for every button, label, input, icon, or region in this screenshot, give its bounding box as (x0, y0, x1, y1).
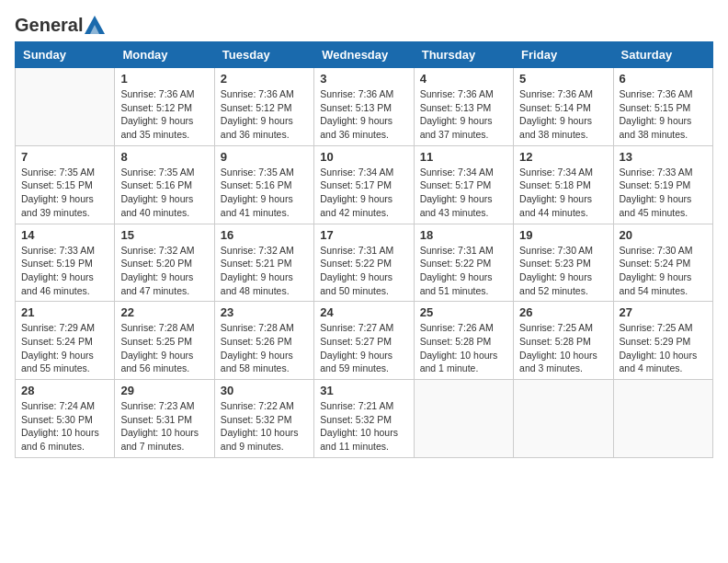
day-info: Sunrise: 7:25 AMSunset: 5:29 PMDaylight:… (620, 321, 707, 375)
day-info: Sunrise: 7:33 AMSunset: 5:19 PMDaylight:… (21, 244, 108, 298)
calendar-cell: 31Sunrise: 7:21 AMSunset: 5:32 PMDayligh… (314, 380, 414, 458)
calendar-cell: 6Sunrise: 7:36 AMSunset: 5:15 PMDaylight… (613, 68, 712, 146)
day-info: Sunrise: 7:36 AMSunset: 5:12 PMDaylight:… (120, 87, 208, 142)
day-number: 1 (120, 72, 208, 86)
weekday-header-friday: Friday (514, 42, 613, 68)
day-number: 19 (519, 228, 607, 242)
day-number: 22 (120, 305, 208, 319)
calendar-week-2: 7Sunrise: 7:35 AMSunset: 5:15 PMDaylight… (16, 145, 713, 224)
weekday-header-saturday: Saturday (613, 42, 712, 68)
calendar-cell: 23Sunrise: 7:28 AMSunset: 5:26 PMDayligh… (214, 302, 313, 380)
calendar-table: SundayMondayTuesdayWednesdayThursdayFrid… (15, 41, 713, 458)
weekday-header-thursday: Thursday (414, 42, 513, 68)
day-info: Sunrise: 7:23 AMSunset: 5:31 PMDaylight:… (120, 399, 208, 454)
day-info: Sunrise: 7:21 AMSunset: 5:32 PMDaylight:… (320, 399, 407, 454)
calendar-cell: 7Sunrise: 7:35 AMSunset: 5:15 PMDaylight… (16, 145, 115, 224)
logo: General (15, 15, 105, 32)
calendar-cell (16, 68, 115, 146)
calendar-cell: 18Sunrise: 7:31 AMSunset: 5:22 PMDayligh… (414, 224, 513, 302)
calendar-cell: 2Sunrise: 7:36 AMSunset: 5:12 PMDaylight… (214, 68, 313, 146)
weekday-header-tuesday: Tuesday (214, 42, 313, 68)
calendar-cell: 27Sunrise: 7:25 AMSunset: 5:29 PMDayligh… (613, 302, 712, 380)
calendar-cell (514, 380, 613, 458)
day-info: Sunrise: 7:27 AMSunset: 5:27 PMDaylight:… (320, 321, 407, 375)
day-number: 17 (320, 228, 407, 242)
calendar-cell: 24Sunrise: 7:27 AMSunset: 5:27 PMDayligh… (314, 302, 414, 380)
day-number: 10 (320, 150, 407, 164)
day-number: 3 (320, 72, 407, 86)
calendar-week-1: 1Sunrise: 7:36 AMSunset: 5:12 PMDaylight… (16, 68, 713, 146)
calendar-cell: 26Sunrise: 7:25 AMSunset: 5:28 PMDayligh… (514, 302, 613, 380)
day-info: Sunrise: 7:34 AMSunset: 5:18 PMDaylight:… (519, 166, 607, 220)
calendar-cell: 22Sunrise: 7:28 AMSunset: 5:25 PMDayligh… (115, 302, 214, 380)
calendar-cell (414, 380, 513, 458)
day-info: Sunrise: 7:36 AMSunset: 5:13 PMDaylight:… (320, 87, 407, 142)
calendar-cell: 21Sunrise: 7:29 AMSunset: 5:24 PMDayligh… (16, 302, 115, 380)
day-number: 4 (420, 72, 507, 86)
day-number: 25 (420, 305, 507, 319)
logo-text-general: General (15, 15, 83, 36)
day-info: Sunrise: 7:30 AMSunset: 5:23 PMDaylight:… (519, 244, 607, 298)
calendar-cell: 25Sunrise: 7:26 AMSunset: 5:28 PMDayligh… (414, 302, 513, 380)
calendar-cell: 12Sunrise: 7:34 AMSunset: 5:18 PMDayligh… (514, 145, 613, 224)
day-info: Sunrise: 7:36 AMSunset: 5:15 PMDaylight:… (620, 87, 707, 142)
calendar-cell: 3Sunrise: 7:36 AMSunset: 5:13 PMDaylight… (314, 68, 414, 146)
calendar-cell: 1Sunrise: 7:36 AMSunset: 5:12 PMDaylight… (115, 68, 214, 146)
day-number: 6 (620, 72, 707, 86)
calendar-cell: 5Sunrise: 7:36 AMSunset: 5:14 PMDaylight… (514, 68, 613, 146)
day-number: 12 (519, 150, 607, 164)
day-number: 11 (420, 150, 507, 164)
calendar-week-5: 28Sunrise: 7:24 AMSunset: 5:30 PMDayligh… (16, 380, 713, 458)
calendar-cell: 4Sunrise: 7:36 AMSunset: 5:13 PMDaylight… (414, 68, 513, 146)
calendar-cell: 14Sunrise: 7:33 AMSunset: 5:19 PMDayligh… (16, 224, 115, 302)
day-info: Sunrise: 7:32 AMSunset: 5:20 PMDaylight:… (120, 244, 208, 298)
calendar-cell: 17Sunrise: 7:31 AMSunset: 5:22 PMDayligh… (314, 224, 414, 302)
day-number: 5 (519, 72, 607, 86)
day-number: 9 (221, 150, 308, 164)
day-number: 27 (620, 305, 707, 319)
day-number: 30 (221, 384, 308, 397)
page-header: General (15, 15, 713, 32)
calendar-cell: 8Sunrise: 7:35 AMSunset: 5:16 PMDaylight… (115, 145, 214, 224)
calendar-cell: 9Sunrise: 7:35 AMSunset: 5:16 PMDaylight… (214, 145, 313, 224)
day-info: Sunrise: 7:35 AMSunset: 5:16 PMDaylight:… (120, 166, 208, 220)
calendar-cell (613, 380, 712, 458)
calendar-cell: 20Sunrise: 7:30 AMSunset: 5:24 PMDayligh… (613, 224, 712, 302)
day-number: 16 (221, 228, 308, 242)
day-info: Sunrise: 7:26 AMSunset: 5:28 PMDaylight:… (420, 321, 507, 375)
calendar-cell: 15Sunrise: 7:32 AMSunset: 5:20 PMDayligh… (115, 224, 214, 302)
calendar-header: SundayMondayTuesdayWednesdayThursdayFrid… (16, 42, 713, 68)
day-info: Sunrise: 7:28 AMSunset: 5:26 PMDaylight:… (221, 321, 308, 375)
day-info: Sunrise: 7:24 AMSunset: 5:30 PMDaylight:… (21, 399, 108, 454)
day-info: Sunrise: 7:36 AMSunset: 5:13 PMDaylight:… (420, 87, 507, 142)
day-info: Sunrise: 7:35 AMSunset: 5:15 PMDaylight:… (21, 166, 108, 220)
day-number: 28 (21, 384, 108, 397)
calendar-cell: 11Sunrise: 7:34 AMSunset: 5:17 PMDayligh… (414, 145, 513, 224)
day-number: 15 (120, 228, 208, 242)
calendar-week-4: 21Sunrise: 7:29 AMSunset: 5:24 PMDayligh… (16, 302, 713, 380)
day-info: Sunrise: 7:33 AMSunset: 5:19 PMDaylight:… (620, 166, 707, 220)
day-info: Sunrise: 7:25 AMSunset: 5:28 PMDaylight:… (519, 321, 607, 375)
weekday-header-sunday: Sunday (16, 42, 115, 68)
day-info: Sunrise: 7:31 AMSunset: 5:22 PMDaylight:… (320, 244, 407, 298)
day-number: 31 (320, 384, 407, 397)
calendar-cell: 29Sunrise: 7:23 AMSunset: 5:31 PMDayligh… (115, 380, 214, 458)
day-number: 26 (519, 305, 607, 319)
day-info: Sunrise: 7:36 AMSunset: 5:14 PMDaylight:… (519, 87, 607, 142)
day-number: 13 (620, 150, 707, 164)
logo-icon (85, 16, 105, 34)
day-info: Sunrise: 7:22 AMSunset: 5:32 PMDaylight:… (221, 399, 308, 454)
calendar-cell: 13Sunrise: 7:33 AMSunset: 5:19 PMDayligh… (613, 145, 712, 224)
day-number: 24 (320, 305, 407, 319)
calendar-cell: 19Sunrise: 7:30 AMSunset: 5:23 PMDayligh… (514, 224, 613, 302)
calendar-cell: 28Sunrise: 7:24 AMSunset: 5:30 PMDayligh… (16, 380, 115, 458)
day-info: Sunrise: 7:32 AMSunset: 5:21 PMDaylight:… (221, 244, 308, 298)
day-number: 21 (21, 305, 108, 319)
day-number: 7 (21, 150, 108, 164)
day-info: Sunrise: 7:29 AMSunset: 5:24 PMDaylight:… (21, 321, 108, 375)
day-number: 14 (21, 228, 108, 242)
day-info: Sunrise: 7:35 AMSunset: 5:16 PMDaylight:… (221, 166, 308, 220)
day-number: 8 (120, 150, 208, 164)
day-info: Sunrise: 7:34 AMSunset: 5:17 PMDaylight:… (420, 166, 507, 220)
day-info: Sunrise: 7:31 AMSunset: 5:22 PMDaylight:… (420, 244, 507, 298)
